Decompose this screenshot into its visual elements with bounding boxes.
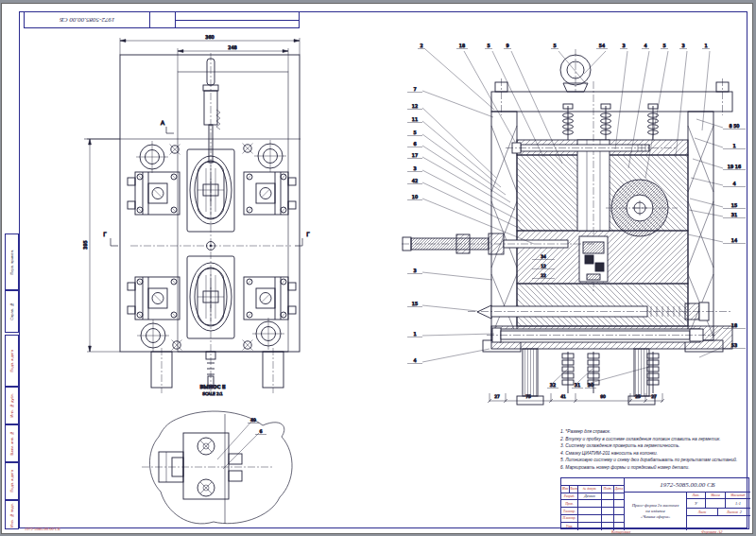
section-callout: 4 (413, 357, 416, 363)
section-view: 27 75 41 90 25 27 2 18 5 9 5 54 3 4 5 3 … (402, 36, 751, 410)
section-top-springs (563, 104, 659, 140)
section-callout: 5 (662, 43, 665, 48)
footer-format-label: Формат A2 (701, 529, 722, 534)
tb-header-date: Дата (614, 486, 625, 493)
tb-company-cell (687, 516, 750, 530)
plan-dimensions (87, 38, 300, 352)
section-callout: 18 (731, 322, 737, 328)
tb-header-izm: Изм (561, 486, 570, 493)
note-line: 6. Маркировать номер формы и порядковый … (560, 464, 747, 472)
plan-section-letter-left: Г (103, 231, 107, 237)
tb-part-name: Пресс-форма 2х местная на изделие «Чашка… (625, 493, 687, 530)
tb-developer-name: Дёмин (578, 493, 602, 501)
corner-stamp-text: 1972-5085.00.00 СБ (60, 16, 114, 24)
section-callout: 31 (575, 382, 580, 388)
tb-scale-label: Масштаб (726, 493, 750, 499)
drawing-sheet: 1972-5085.00.00 СБ Перв. примен. Справ. … (2, 4, 752, 533)
section-callout: 14 (731, 237, 737, 243)
section-callout: 34 (541, 254, 546, 259)
section-callout: 3 (681, 43, 684, 48)
tb-lit-label: Лит. (687, 493, 706, 499)
margin-box: Подп. и дата (5, 462, 19, 500)
section-callout: 3 (413, 165, 416, 171)
section-callout: 7 (413, 86, 416, 92)
section-callout: 4 (732, 181, 735, 186)
section-dim: 27 (494, 394, 500, 399)
section-callout: 53 (731, 342, 737, 348)
tb-row-developer: Разраб. (561, 493, 578, 501)
section-callout: 19 16 (728, 164, 741, 169)
tb-sheets: Листов 2 (718, 509, 750, 516)
note-line: 4. Смазку ЦИАТИМ-201 наносить на колонки… (560, 450, 747, 458)
detail-scale: SCALE 2:1 (202, 391, 223, 396)
footer-file-note: 1972-5085.00.00 СБ (25, 527, 60, 531)
tb-row-checker: Пров. (561, 500, 578, 508)
section-callout: 3 (622, 43, 625, 48)
section-lower-bolt (487, 328, 715, 342)
section-callout: 32 (550, 382, 556, 388)
section-eyebolt (560, 49, 591, 92)
plan-dim-outer: 360 (205, 34, 215, 40)
tb-designation: 1972-5085.00.00 СБ (625, 478, 750, 493)
section-callout: 10 (412, 194, 418, 199)
section-callout: 11 (412, 116, 418, 122)
plan-view: 360 248 395 А Г Г (76, 26, 323, 435)
note-line: 5. Литниковую систему и схему дюз дораба… (560, 457, 747, 464)
plan-sprue (203, 59, 220, 163)
tb-header-sign: Подп. (602, 486, 614, 493)
section-top-plate (491, 78, 732, 115)
tb-header-doc: № докум. (578, 486, 602, 493)
section-callout: 5 (413, 130, 416, 135)
section-callout: 22 (541, 273, 546, 278)
section-callout: 1 (413, 331, 416, 337)
plan-section-letter-right: Г (306, 231, 310, 237)
plan-cavity-top (187, 149, 234, 232)
section-callout: 12 (412, 103, 418, 109)
detail-callout: 6 (259, 429, 262, 434)
section-dim: 90 (600, 394, 606, 399)
section-callout: 42 (412, 178, 418, 183)
tb-row-tcontrol: Т.контр. (561, 508, 578, 515)
section-dim: 25 (635, 394, 641, 399)
section-callout: 15 (731, 202, 737, 208)
section-callout: 8 50 (729, 123, 739, 129)
tb-lit-value: У (687, 499, 706, 509)
plan-dim-inner: 248 (228, 44, 237, 50)
section-callout: 3 (413, 268, 416, 273)
section-dim: 27 (651, 394, 657, 399)
plan-cavity-bottom (187, 256, 234, 338)
section-callout: 31 (731, 212, 737, 217)
note-line: 2. Втулку и пробку в системе охлаждения … (560, 436, 747, 443)
section-callout: 30 (588, 382, 593, 388)
plan-body (84, 53, 301, 393)
section-callout: 18 (459, 43, 465, 48)
section-callout: 9 (506, 43, 508, 48)
margin-box: Перв. примен. (5, 233, 19, 290)
note-line: 1. *Размер для справок. (560, 428, 747, 436)
tb-row-approve: Утв. (561, 523, 578, 530)
section-latch-mechanism (579, 236, 608, 282)
tb-sheet-label: Лист (687, 509, 718, 516)
section-dim: 75 (525, 394, 531, 399)
tb-row-ncontrol: Н.контр. (561, 515, 578, 523)
section-callout: 1 (732, 143, 735, 148)
technical-notes: 1. *Размер для справок. 2. Втулку и проб… (560, 428, 747, 471)
section-callout: 5 (553, 43, 556, 48)
section-callout: 15 (412, 301, 418, 306)
section-callout: 12 (541, 264, 546, 268)
detail-title: ВЫНОС Е (199, 384, 226, 389)
detail-blob (142, 411, 292, 524)
section-callout: 2 (420, 43, 422, 48)
section-callout: 1 (704, 43, 707, 48)
corner-stamp-cell: 1972-5085.00.00 СБ (25, 12, 150, 27)
margin-box: Взам. инв. № (5, 424, 19, 462)
section-callout: 54 (599, 43, 605, 48)
section-dim: 41 (560, 394, 566, 399)
section-callout: 17 (412, 152, 418, 158)
detail-view: ВЫНОС Е SCALE 2:1 49 6 (123, 378, 321, 531)
detail-callout: 49 (250, 418, 256, 423)
plan-dim-height: 395 (82, 240, 88, 250)
section-callout: 5 (487, 43, 490, 48)
margin-box: Инв. № дубл. (5, 387, 19, 424)
plan-view-letter-a: А (161, 119, 165, 126)
